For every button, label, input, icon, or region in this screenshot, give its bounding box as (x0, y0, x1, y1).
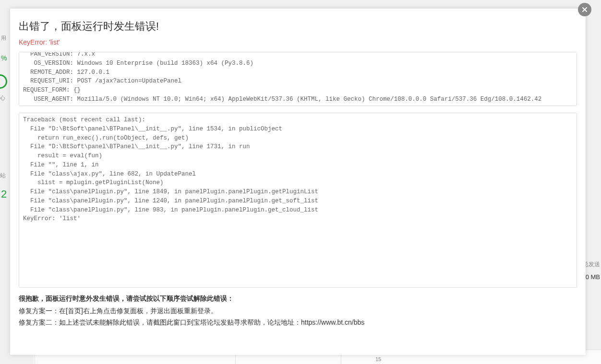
fix-option-2: 修复方案二：如上述尝试未能解除此错误，请截图此窗口到宝塔论坛发贴寻求帮助，论坛地… (19, 318, 577, 327)
fix-option-1: 修复方案一：在[首页]右上角点击修复面板，并退出面板重新登录。 (19, 307, 577, 316)
modal-overlay: 出错了，面板运行时发生错误! KeyError: 'list' PAN_VERS… (0, 0, 601, 364)
modal-title: 出错了，面板运行时发生错误! (19, 19, 577, 34)
error-modal: 出错了，面板运行时发生错误! KeyError: 'list' PAN_VERS… (10, 9, 586, 355)
apology-text: 很抱歉，面板运行时意外发生错误，请尝试按以下顺序尝试解除此错误： (19, 294, 577, 303)
fix-option-2-text: 修复方案二：如上述尝试未能解除此错误，请截图此窗口到宝塔论坛发贴寻求帮助，论坛地… (19, 318, 301, 326)
traceback-box[interactable]: Traceback (most recent call last): File … (19, 113, 577, 288)
close-button[interactable] (578, 3, 591, 16)
close-icon (581, 6, 589, 13)
forum-link[interactable]: https://www.bt.cn/bbs (301, 318, 364, 326)
error-name: KeyError: 'list' (19, 38, 577, 46)
request-info-box[interactable]: PAN_VERSION: 7.x.x OS_VERSION: Windows 1… (19, 52, 577, 106)
